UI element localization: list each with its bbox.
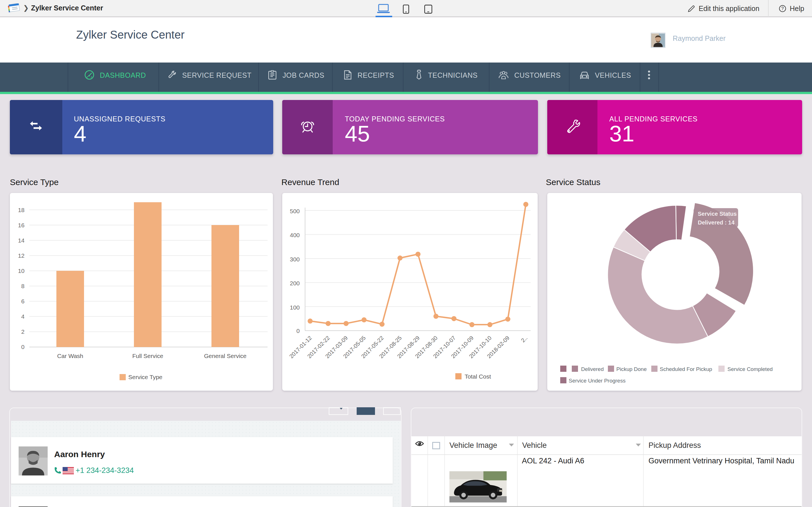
svg-text:Delivered : 14: Delivered : 14 <box>698 219 735 226</box>
svg-text:0: 0 <box>21 344 24 350</box>
svg-text:200: 200 <box>290 280 300 286</box>
svg-text:4: 4 <box>21 313 24 320</box>
svg-text:400: 400 <box>290 232 300 238</box>
svg-text:300: 300 <box>290 256 300 263</box>
svg-text:Total Cost: Total Cost <box>465 373 491 380</box>
svg-text:2: 2 <box>21 328 24 335</box>
svg-text:8: 8 <box>21 283 24 289</box>
svg-text:12: 12 <box>18 252 24 259</box>
svg-text:6: 6 <box>21 298 24 304</box>
svg-text:18: 18 <box>18 207 24 213</box>
svg-text:0: 0 <box>296 328 300 334</box>
svg-text:16: 16 <box>18 222 24 228</box>
svg-text:100: 100 <box>290 304 300 311</box>
svg-text:Delivered: Delivered <box>581 366 604 372</box>
svg-text:General Service: General Service <box>204 353 247 359</box>
svg-text:Service Type: Service Type <box>128 374 162 380</box>
svg-text:Service Status: Service Status <box>698 211 737 217</box>
svg-text:2..: 2.. <box>520 335 529 343</box>
svg-text:Car Wash: Car Wash <box>57 353 84 359</box>
svg-text:Pickup Done: Pickup Done <box>616 366 647 372</box>
svg-text:10: 10 <box>18 268 24 274</box>
svg-text:Full Service: Full Service <box>132 353 163 359</box>
svg-text:Service Under Progress: Service Under Progress <box>569 378 626 384</box>
svg-text:500: 500 <box>290 208 300 214</box>
svg-text:Scheduled For Pickup: Scheduled For Pickup <box>660 366 712 372</box>
svg-text:14: 14 <box>18 237 25 244</box>
svg-text:Service Completed: Service Completed <box>727 366 773 372</box>
svg-text:?: ? <box>781 6 784 11</box>
